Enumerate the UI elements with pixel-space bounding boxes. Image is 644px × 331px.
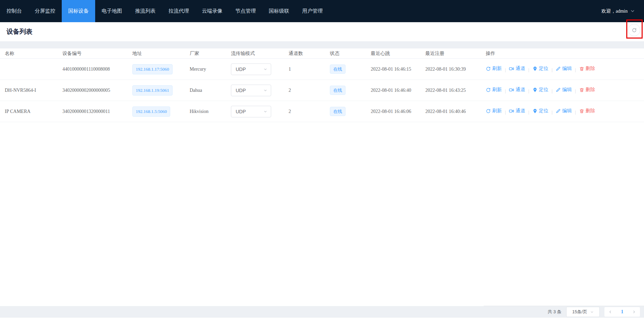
col-header-name: 名称 bbox=[0, 48, 62, 59]
col-header-vendor: 厂家 bbox=[190, 48, 231, 59]
heartbeat-cell: 2022-08-01 16:46:06 bbox=[371, 101, 425, 122]
nav-tab-user-manage[interactable]: 用户管理 bbox=[296, 0, 329, 22]
edit-pencil-icon bbox=[556, 66, 561, 71]
address-tag[interactable]: 192.168.1.19:5061 bbox=[132, 85, 173, 96]
nav-tab-cloud-record[interactable]: 云端录像 bbox=[195, 0, 229, 22]
status-badge: 在线 bbox=[330, 64, 346, 74]
separator: | bbox=[505, 88, 506, 93]
col-header-channels: 通道数 bbox=[289, 48, 330, 59]
channels-cell: 1 bbox=[289, 59, 330, 80]
nav-tab-split-screen[interactable]: 分屏监控 bbox=[28, 0, 62, 22]
stream-mode-select[interactable]: UDP bbox=[231, 85, 271, 96]
page-size-select[interactable]: 15条/页 bbox=[566, 307, 600, 317]
video-camera-icon bbox=[509, 66, 514, 71]
separator: | bbox=[505, 67, 506, 72]
registered-cell: 2022-08-01 16:43:25 bbox=[425, 80, 486, 101]
status-badge: 在线 bbox=[330, 107, 346, 116]
row-delete-button[interactable]: 删除 bbox=[579, 108, 595, 114]
stream-mode-cell: UDP bbox=[231, 101, 289, 122]
channels-cell: 2 bbox=[289, 101, 330, 122]
location-pin-icon bbox=[532, 66, 538, 71]
heartbeat-cell: 2022-08-01 16:46:40 bbox=[371, 80, 425, 101]
actions-cell: 刷新|通道|定位|编辑|删除 bbox=[486, 101, 644, 122]
col-header-heartbeat: 最近心跳 bbox=[371, 48, 425, 59]
separator: | bbox=[552, 110, 553, 115]
chevron-down-icon bbox=[263, 67, 267, 71]
location-pin-icon bbox=[532, 87, 538, 92]
registered-cell: 2022-08-01 16:30:39 bbox=[425, 59, 486, 80]
stream-mode-select[interactable]: UDP bbox=[231, 63, 271, 75]
page-title: 设备列表 bbox=[6, 22, 32, 41]
vendor-cell: Dahua bbox=[190, 80, 231, 101]
stream-mode-cell: UDP bbox=[231, 59, 289, 80]
nav-tab-pull-proxy[interactable]: 拉流代理 bbox=[162, 0, 195, 22]
vendor-cell: Mercury bbox=[190, 59, 231, 80]
refresh-icon bbox=[486, 109, 491, 114]
address-tag[interactable]: 192.168.1.17:5060 bbox=[132, 64, 173, 74]
status-cell: 在线 bbox=[330, 101, 371, 122]
table-row: IP CAMERA 34020000001320000011 192.168.1… bbox=[0, 101, 644, 122]
device-table: 名称 设备编号 地址 厂家 流传输模式 通道数 状态 最近心跳 最近注册 操作 … bbox=[0, 48, 644, 122]
col-header-registered: 最近注册 bbox=[425, 48, 486, 59]
row-refresh-button[interactable]: 刷新 bbox=[486, 87, 502, 93]
trash-icon bbox=[579, 87, 584, 92]
edit-pencil-icon bbox=[556, 109, 561, 114]
separator: | bbox=[528, 110, 529, 115]
row-edit-button[interactable]: 编辑 bbox=[556, 108, 572, 114]
device-id-cell: 34020000002000000005 bbox=[62, 80, 132, 101]
nav-tab-e-map[interactable]: 电子地图 bbox=[95, 0, 129, 22]
refresh-list-button[interactable] bbox=[628, 24, 640, 36]
separator: | bbox=[505, 110, 506, 115]
channels-cell: 2 bbox=[289, 80, 330, 101]
row-refresh-button[interactable]: 刷新 bbox=[486, 66, 502, 72]
trash-icon bbox=[579, 66, 584, 71]
separator: | bbox=[575, 67, 576, 72]
table-row: DH-NVR5864-I 34020000002000000005 192.16… bbox=[0, 80, 644, 101]
address-tag[interactable]: 192.168.1.5:5060 bbox=[132, 106, 170, 117]
device-id-cell: 44010000001110008008 bbox=[62, 59, 132, 80]
separator: | bbox=[528, 88, 529, 93]
pager: 1 bbox=[604, 307, 640, 317]
user-menu[interactable]: 欢迎，admin bbox=[601, 0, 644, 22]
refresh-icon bbox=[486, 87, 491, 92]
row-refresh-button[interactable]: 刷新 bbox=[486, 108, 502, 114]
col-header-actions: 操作 bbox=[486, 48, 644, 59]
row-channels-button[interactable]: 通道 bbox=[509, 108, 525, 114]
chevron-left-icon bbox=[608, 310, 612, 314]
prev-page-button[interactable] bbox=[604, 307, 616, 317]
row-channels-button[interactable]: 通道 bbox=[509, 87, 525, 93]
stream-mode-select[interactable]: UDP bbox=[231, 106, 271, 117]
top-nav: 控制台 分屏监控 国标设备 电子地图 推流列表 拉流代理 云端录像 节点管理 国… bbox=[0, 0, 644, 22]
table-header-row: 名称 设备编号 地址 厂家 流传输模式 通道数 状态 最近心跳 最近注册 操作 bbox=[0, 48, 644, 59]
nav-tab-gb-cascade[interactable]: 国标级联 bbox=[262, 0, 296, 22]
row-locate-button[interactable]: 定位 bbox=[532, 108, 548, 114]
address-cell: 192.168.1.19:5061 bbox=[132, 80, 190, 101]
row-edit-button[interactable]: 编辑 bbox=[556, 87, 572, 93]
row-delete-button[interactable]: 删除 bbox=[579, 87, 595, 93]
stream-mode-cell: UDP bbox=[231, 80, 289, 101]
nav-tab-gb-devices[interactable]: 国标设备 bbox=[62, 0, 95, 22]
nav-tab-push-list[interactable]: 推流列表 bbox=[129, 0, 162, 22]
row-delete-button[interactable]: 删除 bbox=[579, 66, 595, 72]
row-locate-button[interactable]: 定位 bbox=[532, 87, 548, 93]
total-count: 共 3 条 bbox=[548, 309, 561, 315]
title-bar bbox=[0, 22, 644, 41]
nav-tab-console[interactable]: 控制台 bbox=[0, 0, 28, 22]
separator: | bbox=[552, 88, 553, 93]
next-page-button[interactable] bbox=[628, 307, 640, 317]
chevron-down-icon bbox=[630, 9, 635, 14]
row-edit-button[interactable]: 编辑 bbox=[556, 66, 572, 72]
separator: | bbox=[528, 67, 529, 72]
page-background-strip bbox=[0, 41, 644, 48]
current-page[interactable]: 1 bbox=[616, 307, 628, 317]
status-cell: 在线 bbox=[330, 59, 371, 80]
name-cell: IP CAMERA bbox=[0, 101, 62, 122]
row-channels-button[interactable]: 通道 bbox=[509, 66, 525, 72]
trash-icon bbox=[579, 109, 584, 114]
row-locate-button[interactable]: 定位 bbox=[532, 66, 548, 72]
refresh-icon bbox=[632, 28, 637, 33]
welcome-text: 欢迎，admin bbox=[601, 8, 628, 14]
nav-tab-node-manage[interactable]: 节点管理 bbox=[229, 0, 262, 22]
chevron-down-icon bbox=[263, 88, 267, 92]
heartbeat-cell: 2022-08-01 16:46:15 bbox=[371, 59, 425, 80]
